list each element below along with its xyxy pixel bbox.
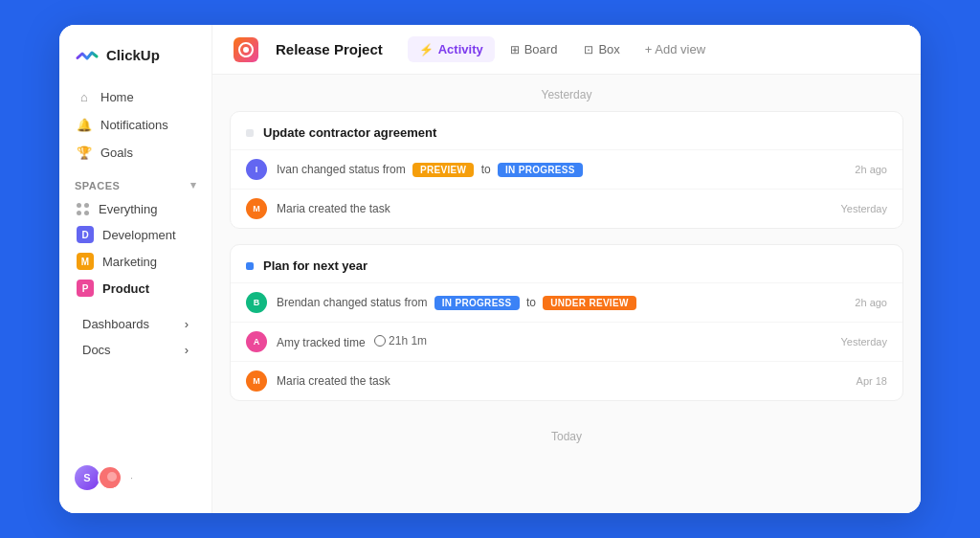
task-card-1: Update contractor agreement I Ivan chang…	[230, 111, 903, 229]
box-icon: ⊡	[584, 43, 593, 56]
add-view-label: + Add view	[645, 42, 705, 56]
badge-underreview: UNDER REVIEW	[543, 296, 635, 310]
home-icon: ⌂	[77, 90, 92, 104]
docs-label: Docs	[82, 343, 111, 357]
logo: ClickUp	[59, 42, 212, 84]
grid-icon	[77, 203, 90, 216]
sidebar-item-product[interactable]: P Product	[67, 275, 204, 302]
project-title: Release Project	[276, 41, 383, 57]
clock-icon	[374, 335, 386, 347]
activity-row-2-1: B Brendan changed status from IN PROGRES…	[231, 282, 902, 322]
activity-row-1-1: I Ivan changed status from PREVIEW to IN…	[231, 149, 902, 189]
nav-items: ⌂ Home 🔔 Notifications 🏆 Goals	[59, 84, 212, 166]
activity-text-2-2: Amy tracked time 21h 1m	[277, 334, 831, 349]
main-content: Release Project ⚡ Activity ⊞ Board ⊡ Box…	[212, 25, 921, 513]
task-title-1: Update contractor agreement	[263, 125, 436, 140]
sidebar-item-development[interactable]: D Development	[67, 221, 204, 248]
sidebar-expandables: Dashboards › Docs ›	[59, 311, 212, 363]
sidebar-item-marketing-label: Marketing	[102, 255, 157, 269]
avatar-more: ·	[130, 472, 133, 483]
avatar-ivan: I	[246, 159, 267, 180]
activity-time-2-3: Apr 18	[857, 375, 887, 387]
avatar-user1	[98, 465, 122, 490]
dashboards-chevron-icon: ›	[185, 317, 189, 331]
sidebar-item-home-label: Home	[100, 90, 134, 104]
sidebar-item-goals[interactable]: 🏆 Goals	[67, 140, 204, 166]
sidebar-item-everything[interactable]: Everything	[67, 197, 204, 221]
activity-time-1-1: 2h ago	[855, 164, 887, 175]
avatar-s: S	[75, 465, 100, 490]
chevron-down-icon: ▾	[190, 179, 197, 191]
activity-row-2-2: A Amy tracked time 21h 1m Yesterday	[231, 322, 902, 361]
tab-activity-label: Activity	[438, 42, 483, 56]
dashboards-label: Dashboards	[82, 317, 149, 331]
bell-icon: 🔔	[77, 118, 92, 132]
activity-text-1-2: Maria created the task	[277, 202, 831, 215]
tab-board-label: Board	[524, 42, 558, 56]
sidebar-item-everything-label: Everything	[99, 202, 157, 216]
tab-activity[interactable]: ⚡ Activity	[408, 36, 495, 62]
badge-inprogress-2: IN PROGRESS	[434, 296, 520, 310]
task-title-2: Plan for next year	[263, 258, 368, 273]
main-card: ClickUp ⌂ Home 🔔 Notifications 🏆 Goals S…	[59, 25, 921, 513]
sidebar-bottom: S ·	[59, 454, 212, 502]
sidebar-item-dashboards[interactable]: Dashboards ›	[67, 311, 204, 337]
task-indicator-gray	[246, 129, 254, 137]
avatar-maria-2: M	[246, 370, 267, 392]
sidebar-item-notifications-label: Notifications	[100, 118, 168, 132]
add-view-button[interactable]: + Add view	[635, 36, 715, 62]
spaces-header: Spaces ▾	[59, 166, 212, 197]
sidebar-item-docs[interactable]: Docs ›	[67, 337, 204, 363]
task-header-1: Update contractor agreement	[231, 112, 902, 149]
svg-point-1	[104, 482, 120, 490]
activity-icon: ⚡	[419, 43, 434, 56]
sidebar-item-product-label: Product	[102, 281, 149, 296]
activity-time-2-2: Yesterday	[840, 336, 887, 347]
sidebar-item-goals-label: Goals	[100, 146, 133, 160]
date-separator-today: Today	[212, 416, 921, 453]
board-icon: ⊞	[510, 43, 520, 56]
badge-preview: PREVIEW	[412, 163, 474, 177]
avatar-amy: A	[246, 331, 267, 352]
activity-time-1-2: Yesterday	[840, 203, 887, 214]
avatar-maria-1: M	[246, 198, 267, 219]
tab-box-label: Box	[598, 42, 619, 56]
avatar-brendan: B	[246, 292, 267, 313]
logo-text: ClickUp	[106, 47, 160, 63]
topbar: Release Project ⚡ Activity ⊞ Board ⊡ Box…	[212, 25, 921, 75]
goals-icon: 🏆	[77, 146, 92, 160]
activity-time-2-1: 2h ago	[855, 297, 887, 308]
activity-row-2-3: M Maria created the task Apr 18	[231, 361, 902, 400]
sidebar-item-home[interactable]: ⌂ Home	[67, 84, 204, 110]
sidebar: ClickUp ⌂ Home 🔔 Notifications 🏆 Goals S…	[59, 25, 212, 513]
activity-text-2-3: Maria created the task	[277, 374, 847, 388]
activity-feed[interactable]: Yesterday Update contractor agreement I …	[212, 75, 921, 513]
sidebar-item-notifications[interactable]: 🔔 Notifications	[67, 112, 204, 138]
task-card-2: Plan for next year B Brendan changed sta…	[230, 244, 903, 401]
sidebar-item-development-label: Development	[102, 228, 176, 242]
activity-row-1-2: M Maria created the task Yesterday	[231, 189, 902, 228]
svg-point-0	[107, 472, 117, 482]
product-dot: P	[77, 280, 94, 297]
spaces-label: Spaces	[75, 180, 120, 191]
project-icon	[234, 37, 258, 62]
development-dot: D	[77, 226, 94, 243]
tab-board[interactable]: ⊞ Board	[499, 36, 569, 62]
topbar-tabs: ⚡ Activity ⊞ Board ⊡ Box + Add view	[408, 36, 715, 62]
docs-chevron-icon: ›	[185, 343, 189, 357]
marketing-dot: M	[77, 253, 94, 270]
activity-text-1-1: Ivan changed status from PREVIEW to IN P…	[277, 163, 845, 177]
task-indicator-blue	[246, 262, 254, 270]
activity-text-2-1: Brendan changed status from IN PROGRESS …	[277, 296, 845, 310]
svg-point-3	[243, 47, 249, 53]
task-header-2: Plan for next year	[231, 245, 902, 282]
time-tracked-icon: 21h 1m	[374, 334, 427, 347]
tab-box[interactable]: ⊡ Box	[572, 36, 631, 62]
badge-inprogress-1: IN PROGRESS	[498, 163, 583, 177]
sidebar-item-marketing[interactable]: M Marketing	[67, 248, 204, 275]
date-separator-yesterday: Yesterday	[212, 75, 921, 111]
